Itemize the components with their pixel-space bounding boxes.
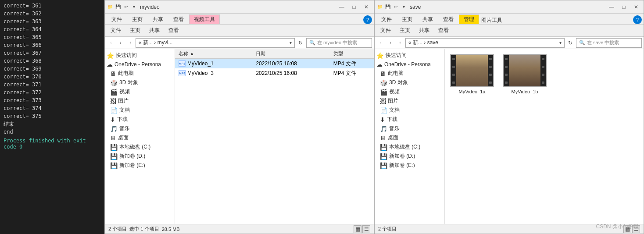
sidebar-item-right-2[interactable]: 🖥此电脑 bbox=[375, 69, 444, 78]
forward-btn-left[interactable]: › bbox=[116, 38, 125, 48]
file-name-left-0: MP4 MyVideo_1 bbox=[177, 60, 254, 67]
address-bar-right: ‹ › ↑ « 新... › save ▾ ↻ 🔍 在 save 中搜索 bbox=[375, 37, 644, 49]
sidebar-item-right-11[interactable]: 💾新加卷 (D:) bbox=[375, 152, 444, 161]
film-hole-0-1 bbox=[452, 66, 455, 68]
sidebar-item-left-0[interactable]: ⭐快速访问 bbox=[105, 51, 175, 60]
col-header-date-left[interactable]: 日期 bbox=[254, 50, 331, 57]
ribbon-file-left[interactable]: 文件 bbox=[107, 25, 125, 36]
tab-view-left[interactable]: 查看 bbox=[168, 14, 189, 24]
ribbon-file-right[interactable]: 文件 bbox=[376, 25, 395, 36]
sidebar-item-right-5[interactable]: 🖼图片 bbox=[375, 96, 444, 106]
ribbon-view-left[interactable]: 查看 bbox=[165, 25, 183, 36]
back-btn-right[interactable]: ‹ bbox=[376, 38, 385, 48]
dropdown-icon-right[interactable]: ▾ bbox=[400, 4, 407, 11]
forward-btn-right[interactable]: › bbox=[386, 38, 395, 48]
col-header-type-left[interactable]: 类型 bbox=[332, 50, 372, 57]
sidebar-item-right-4[interactable]: 🎬视频 bbox=[375, 87, 444, 96]
file-icon-left-1: MP4 bbox=[179, 70, 186, 76]
sidebar-item-right-6[interactable]: 📄文档 bbox=[375, 106, 444, 115]
search-box-right[interactable]: 🔍 在 save 中搜索 bbox=[576, 38, 642, 48]
sidebar-item-right-0[interactable]: ⭐快速访问 bbox=[375, 51, 444, 60]
tab-home-right[interactable]: 主页 bbox=[397, 14, 417, 24]
ribbon-view-right[interactable]: 查看 bbox=[434, 25, 453, 36]
ribbon-share-left[interactable]: 共享 bbox=[145, 25, 164, 36]
tab-file-left[interactable]: 文件 bbox=[107, 14, 127, 24]
tab-share-right[interactable]: 共享 bbox=[418, 14, 438, 24]
thumb-label-0: MyVideo_1a bbox=[459, 89, 486, 94]
dropdown-icon-left[interactable]: ▾ bbox=[130, 4, 137, 11]
sidebar-item-right-9[interactable]: 🖥桌面 bbox=[375, 133, 444, 142]
sidebar-item-left-12[interactable]: 💾新加卷 (E:) bbox=[105, 161, 175, 170]
sidebar-item-right-3[interactable]: 🎲3D 对象 bbox=[375, 78, 444, 87]
ribbon-home-right[interactable]: 主页 bbox=[396, 25, 414, 36]
title-right-label: 图片工具 bbox=[481, 17, 502, 24]
col-header-name-left[interactable]: 名称 ▲ bbox=[177, 50, 254, 57]
title-bar-left: 📁 💾 ↩ ▾ myvideo — □ ✕ bbox=[105, 0, 374, 14]
sidebar-item-left-11[interactable]: 💾新加卷 (D:) bbox=[105, 152, 175, 161]
address-path-left[interactable]: « 新... › myvi... ▾ bbox=[136, 38, 295, 48]
sidebar-item-right-12[interactable]: 💾新加卷 (E:) bbox=[375, 161, 444, 170]
search-box-left[interactable]: 🔍 在 myvideo 中搜索 bbox=[306, 38, 372, 48]
sidebar-item-left-7[interactable]: ⬇下载 bbox=[105, 115, 175, 124]
list-view-btn-left[interactable]: ☰ bbox=[362, 225, 370, 233]
refresh-btn-left[interactable]: ↻ bbox=[296, 38, 305, 48]
tab-share-left[interactable]: 共享 bbox=[148, 14, 168, 24]
ribbon-share-right[interactable]: 共享 bbox=[415, 25, 433, 36]
help-btn-right[interactable]: ? bbox=[633, 15, 642, 24]
tab-view-right[interactable]: 查看 bbox=[438, 14, 458, 24]
refresh-btn-right[interactable]: ↻ bbox=[565, 38, 575, 48]
sidebar-left: ⭐快速访问☁OneDrive - Persona🖥此电脑🎲3D 对象🎬视频🖼图片… bbox=[105, 49, 175, 224]
file-list-left: 名称 ▲ 日期 类型 MP4 MyVideo_1 2022/10/25 16:0… bbox=[175, 49, 374, 224]
sidebar-item-left-5[interactable]: 🖼图片 bbox=[105, 96, 175, 106]
sidebar-item-left-2[interactable]: 🖥此电脑 bbox=[105, 69, 175, 78]
thumbnail-img-1 bbox=[503, 54, 547, 87]
status-selected-left: 选中 1 个项目 bbox=[129, 226, 159, 232]
sidebar-item-left-8[interactable]: 🎵音乐 bbox=[105, 124, 175, 133]
thumbnail-item-1[interactable]: MyVideo_1b bbox=[503, 54, 547, 94]
thumb-label-1: MyVideo_1b bbox=[512, 89, 538, 94]
file-row-left-0[interactable]: MP4 MyVideo_1 2022/10/25 16:08 MP4 文件 bbox=[175, 59, 374, 68]
sidebar-icon-right-10: 💾 bbox=[380, 144, 387, 151]
grid-view-btn-left[interactable]: ▦ bbox=[354, 225, 361, 233]
maximize-btn-right[interactable]: □ bbox=[618, 2, 630, 12]
ribbon-tabs-right: 文件 主页 共享 查看 管理 图片工具 ? bbox=[375, 14, 644, 24]
watermark: CSDN @小勺子哦 bbox=[596, 223, 639, 230]
sidebar-item-left-9[interactable]: 🖥桌面 bbox=[105, 133, 175, 142]
maximize-btn-left[interactable]: □ bbox=[348, 2, 360, 12]
thumbnail-item-0[interactable]: MyVideo_1a bbox=[450, 54, 494, 94]
minimize-btn-left[interactable]: — bbox=[336, 2, 347, 12]
tab-home-left[interactable]: 主页 bbox=[127, 14, 147, 24]
minimize-btn-right[interactable]: — bbox=[606, 2, 617, 12]
tab-videotool-left[interactable]: 视频工具 bbox=[189, 14, 220, 24]
terminal-line: correct= 373 bbox=[4, 96, 101, 104]
film-strip-right-0 bbox=[488, 55, 493, 86]
sidebar-item-right-1[interactable]: ☁OneDrive - Persona bbox=[375, 60, 444, 69]
sidebar-item-left-6[interactable]: 📄文档 bbox=[105, 106, 175, 115]
close-btn-left[interactable]: ✕ bbox=[361, 2, 372, 12]
sidebar-item-right-7[interactable]: ⬇下载 bbox=[375, 115, 444, 124]
sidebar-label-left-0: 快速访问 bbox=[116, 52, 137, 59]
sidebar-label-left-4: 视频 bbox=[119, 88, 130, 96]
sidebar-icon-right-12: 💾 bbox=[380, 162, 387, 169]
sidebar-item-left-4[interactable]: 🎬视频 bbox=[105, 87, 175, 96]
ribbon-home-left[interactable]: 主页 bbox=[126, 25, 144, 36]
close-btn-right[interactable]: ✕ bbox=[630, 2, 642, 12]
film-hole-r-0-1 bbox=[489, 66, 492, 68]
up-btn-right[interactable]: ↑ bbox=[396, 38, 404, 48]
sidebar-item-left-10[interactable]: 💾本地磁盘 (C:) bbox=[105, 142, 175, 152]
help-btn-left[interactable]: ? bbox=[363, 15, 372, 24]
address-path-right[interactable]: « 新... › save ▾ bbox=[405, 38, 565, 48]
film-hole-1-1 bbox=[505, 66, 508, 68]
tab-managetool-right[interactable]: 管理 bbox=[459, 14, 479, 24]
sidebar-item-right-8[interactable]: 🎵音乐 bbox=[375, 124, 444, 133]
win-controls-left: — □ ✕ bbox=[336, 2, 372, 12]
window-title-right: save bbox=[410, 4, 606, 10]
sidebar-item-right-10[interactable]: 💾本地磁盘 (C:) bbox=[375, 142, 444, 152]
sidebar-item-left-1[interactable]: ☁OneDrive - Persona bbox=[105, 60, 175, 69]
sidebar-item-left-3[interactable]: 🎲3D 对象 bbox=[105, 78, 175, 87]
tab-file-right[interactable]: 文件 bbox=[376, 14, 397, 24]
up-btn-left[interactable]: ↑ bbox=[126, 38, 135, 48]
sidebar-label-left-10: 本地磁盘 (C:) bbox=[119, 143, 150, 151]
file-row-left-1[interactable]: MP4 MyVideo_3 2022/10/25 16:08 MP4 文件 bbox=[175, 68, 374, 78]
back-btn-left[interactable]: ‹ bbox=[107, 38, 115, 48]
